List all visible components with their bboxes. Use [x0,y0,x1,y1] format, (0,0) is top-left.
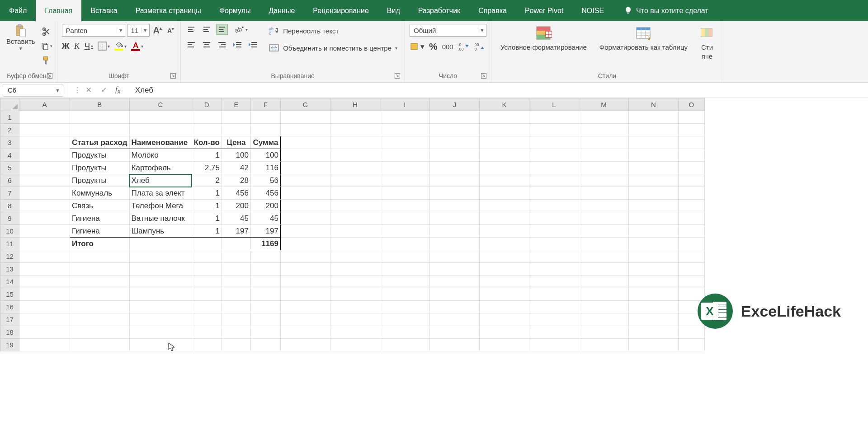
cell-F18[interactable] [250,326,280,339]
underline-button[interactable]: Ч▾ [84,41,93,51]
cell-I3[interactable] [380,136,429,149]
copy-icon[interactable]: ▾ [41,40,52,52]
cell-I13[interactable] [380,263,429,275]
cell-D15[interactable] [192,288,222,301]
cell-B8[interactable]: Связь [70,200,130,212]
font-name-combo[interactable]: Panton▼ [62,24,125,37]
tab-разработчик[interactable]: Разработчик [409,0,469,21]
cell-C12[interactable] [129,250,192,263]
cell-styles-button[interactable]: Сти яче [696,24,718,61]
cell-F6[interactable]: 56 [250,174,280,187]
wrap-text-button[interactable]: abc Переносить текст [266,24,400,37]
cell-E9[interactable]: 45 [222,212,250,225]
conditional-formatting-button[interactable]: Условное форматирование [496,24,591,53]
cell-D17[interactable] [192,313,222,326]
cell-L3[interactable] [529,136,579,149]
cell-D5[interactable]: 2,75 [192,162,222,174]
cell-D2[interactable] [192,124,222,136]
italic-button[interactable]: К [74,41,80,51]
cell-M4[interactable] [579,149,628,162]
cell-G19[interactable] [280,339,330,351]
cell-G10[interactable] [280,225,330,238]
cell-N1[interactable] [628,111,678,124]
cell-G15[interactable] [280,288,330,301]
tab-power-pivot[interactable]: Power Pivot [516,0,572,21]
cell-D12[interactable] [192,250,222,263]
cell-F11[interactable]: 1169 [250,238,280,250]
col-header-B[interactable]: B [70,98,130,111]
row-header-19[interactable]: 19 [0,339,19,351]
cell-L19[interactable] [529,339,579,351]
row-header-2[interactable]: 2 [0,124,19,136]
cell-A11[interactable] [19,238,70,250]
cell-E6[interactable]: 28 [222,174,250,187]
format-painter-icon[interactable] [41,55,52,66]
increase-decimal-icon[interactable]: .0.00 [458,42,469,51]
cell-H8[interactable] [330,200,380,212]
row-header-12[interactable]: 12 [0,250,19,263]
cell-J10[interactable] [429,225,479,238]
cell-A17[interactable] [19,313,70,326]
cell-B14[interactable] [70,275,130,288]
cell-L9[interactable] [529,212,579,225]
row-header-14[interactable]: 14 [0,275,19,288]
cell-M12[interactable] [579,250,628,263]
cell-L16[interactable] [529,301,579,313]
cell-H16[interactable] [330,301,380,313]
cell-E5[interactable]: 42 [222,162,250,174]
cell-C18[interactable] [129,326,192,339]
cell-E13[interactable] [222,263,250,275]
bold-button[interactable]: Ж [62,41,70,51]
cell-H12[interactable] [330,250,380,263]
tab-разметка-страницы[interactable]: Разметка страницы [127,0,210,21]
cell-C19[interactable] [129,339,192,351]
col-header-C[interactable]: C [129,98,192,111]
cell-F15[interactable] [250,288,280,301]
decrease-indent-icon[interactable] [231,39,243,50]
cell-E14[interactable] [222,275,250,288]
decrease-font-icon[interactable]: A▾ [165,27,176,34]
row-header-3[interactable]: 3 [0,136,19,149]
cell-E12[interactable] [222,250,250,263]
cell-F5[interactable]: 116 [250,162,280,174]
cell-N7[interactable] [628,187,678,200]
cell-L12[interactable] [529,250,579,263]
cell-F1[interactable] [250,111,280,124]
cell-H15[interactable] [330,288,380,301]
cell-K5[interactable] [479,162,529,174]
cell-D9[interactable]: 1 [192,212,222,225]
cell-O9[interactable] [678,212,704,225]
cell-F2[interactable] [250,124,280,136]
cell-K14[interactable] [479,275,529,288]
cell-J17[interactable] [429,313,479,326]
cell-D16[interactable] [192,301,222,313]
col-header-E[interactable]: E [222,98,250,111]
cell-C5[interactable]: Картофель [129,162,192,174]
cell-H17[interactable] [330,313,380,326]
cell-J4[interactable] [429,149,479,162]
cell-L6[interactable] [529,174,579,187]
row-header-15[interactable]: 15 [0,288,19,301]
dialog-launcher-icon[interactable]: ↘ [481,73,486,79]
cell-K7[interactable] [479,187,529,200]
cell-K11[interactable] [479,238,529,250]
col-header-K[interactable]: K [479,98,529,111]
cell-J11[interactable] [429,238,479,250]
cell-G13[interactable] [280,263,330,275]
cell-B3[interactable]: Статья расход [70,136,130,149]
align-bottom-icon[interactable] [216,24,228,35]
cell-L7[interactable] [529,187,579,200]
cell-B1[interactable] [70,111,130,124]
cell-J16[interactable] [429,301,479,313]
cell-B4[interactable]: Продукты [70,149,130,162]
row-header-18[interactable]: 18 [0,326,19,339]
cell-J1[interactable] [429,111,479,124]
cell-E3[interactable]: Цена [222,136,250,149]
cell-M15[interactable] [579,288,628,301]
cell-G7[interactable] [280,187,330,200]
cell-F3[interactable]: Сумма [250,136,280,149]
row-header-11[interactable]: 11 [0,238,19,250]
cell-O8[interactable] [678,200,704,212]
cell-C9[interactable]: Ватные палочк [129,212,192,225]
cell-M6[interactable] [579,174,628,187]
